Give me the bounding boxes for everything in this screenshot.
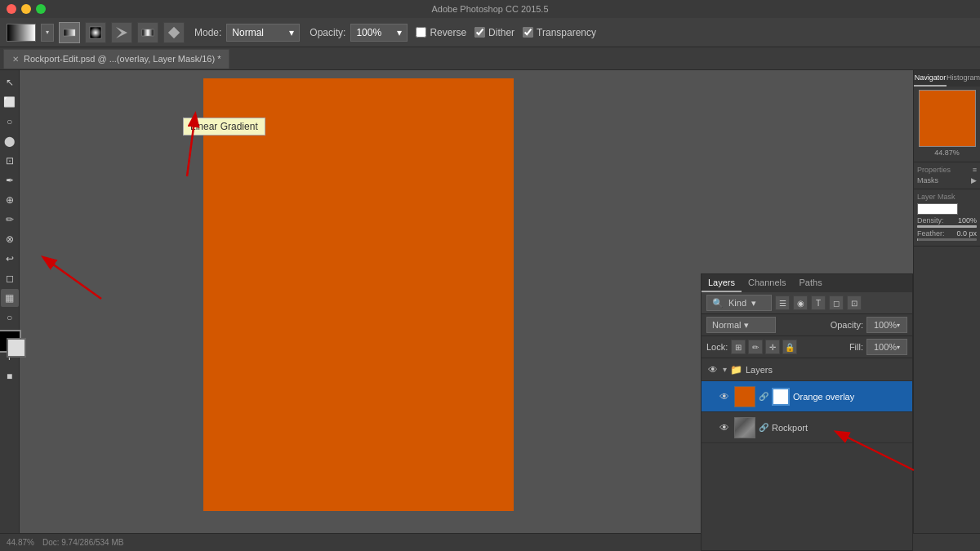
minimize-button[interactable] (21, 4, 31, 14)
lock-icons: ⊞ ✏ ✛ 🔒 (731, 340, 797, 354)
transparency-label[interactable]: Transparency (537, 27, 596, 38)
layers-tab[interactable]: Layers (702, 274, 742, 292)
quick-select-tool[interactable]: ⬤ (1, 132, 19, 150)
marquee-tool[interactable]: ⬜ (1, 93, 19, 111)
blend-mode-row: Normal ▾ Opacity: 100% ▾ (702, 314, 912, 336)
color-swatch[interactable] (0, 330, 28, 359)
layers-panel-tabs: Layers Channels Paths (702, 274, 912, 292)
reverse-label[interactable]: Reverse (430, 27, 466, 38)
gradient-tool[interactable]: ▦ (1, 289, 19, 307)
foreground-color-swatch[interactable] (7, 338, 26, 358)
filter-adjust-icon[interactable]: ◉ (793, 295, 808, 310)
search-icon: 🔍 (712, 298, 724, 309)
density-slider[interactable] (917, 225, 977, 228)
blend-mode-dropdown-icon: ▾ (744, 320, 749, 331)
linear-gradient-button[interactable] (59, 22, 80, 43)
window-controls (7, 4, 46, 14)
kind-select[interactable]: 🔍 Kind ▾ (706, 295, 772, 311)
document-tab[interactable]: ✕ Rockport-Edit.psd @ ...(overlay, Layer… (3, 49, 229, 69)
gradient-dropdown-button[interactable]: ▾ (41, 24, 54, 42)
lock-paint-icon[interactable]: ✏ (748, 340, 763, 354)
orange-layer-visibility-icon[interactable]: 👁 (718, 390, 731, 403)
group-visibility-icon[interactable]: 👁 (706, 363, 719, 376)
opacity-value: 100% (356, 27, 381, 38)
reverse-checkbox[interactable] (416, 27, 426, 38)
healing-tool[interactable]: ⊕ (1, 191, 19, 209)
opacity-label: Opacity: (310, 27, 345, 38)
layers-panel: Layers Channels Paths 🔍 Kind ▾ ☰ ◉ T ◻ ⊡… (701, 273, 913, 551)
lock-move-icon[interactable]: ✛ (765, 340, 780, 354)
eraser-tool[interactable]: ◻ (1, 269, 19, 287)
rockport-layer-visibility-icon[interactable]: 👁 (718, 421, 731, 434)
opacity-control: Opacity: 100% ▾ (831, 317, 907, 333)
transparency-checkbox-group: Transparency (523, 27, 596, 38)
opacity-select[interactable]: 100% ▾ (350, 24, 408, 42)
title-bar: Adobe Photoshop CC 2015.5 (0, 0, 980, 18)
svg-rect-0 (64, 29, 75, 36)
opacity-input[interactable]: 100% ▾ (866, 317, 907, 333)
reflected-gradient-button[interactable] (137, 22, 158, 43)
rockport-link-icon: 🔗 (759, 423, 768, 432)
close-button[interactable] (7, 4, 16, 14)
layer-row-orange-overlay[interactable]: 👁 🔗 Orange overlay (702, 381, 912, 412)
opacity-dropdown-icon: ▾ (397, 27, 402, 38)
navigator-tab[interactable]: Navigator (914, 70, 947, 87)
feather-row: Feather: 0.0 px (917, 229, 977, 238)
dodge-tool[interactable]: ○ (1, 309, 19, 327)
feather-label: Feather: (917, 229, 945, 238)
orange-layer-thumbnail (734, 386, 755, 407)
mode-value: Normal (232, 27, 264, 38)
blend-mode-select[interactable]: Normal ▾ (706, 317, 776, 333)
channels-tab[interactable]: Channels (742, 274, 792, 292)
options-bar: ▾ Mode: Normal ▾ Opacity: 100% ▾ Reverse… (0, 18, 980, 47)
group-chevron-icon[interactable]: ▾ (723, 365, 727, 374)
group-name: Layers (746, 365, 907, 375)
history-tool[interactable]: ↩ (1, 250, 19, 268)
orange-layer-mask-thumbnail (772, 388, 790, 406)
feather-slider[interactable] (917, 238, 977, 241)
move-tool[interactable]: ↖ (1, 73, 19, 91)
layer-link-icon: 🔗 (759, 392, 768, 401)
zoom-status: 44.87% (7, 538, 34, 547)
svg-rect-3 (142, 29, 154, 36)
rockport-layer-name: Rockport (772, 423, 907, 433)
layer-row-rockport[interactable]: 👁 🔗 Rockport (702, 412, 912, 443)
shape-tool[interactable]: ■ (1, 367, 19, 385)
clone-tool[interactable]: ⊗ (1, 230, 19, 248)
tab-bar: ✕ Rockport-Edit.psd @ ...(overlay, Layer… (0, 47, 980, 70)
dither-checkbox[interactable] (474, 27, 485, 38)
masks-expand-icon[interactable]: ▶ (971, 176, 977, 184)
left-toolbar: ↖ ⬜ ○ ⬤ ⊡ ✒ ⊕ ✏ ⊗ ↩ ◻ ▦ ○ ✒ T ■ (0, 70, 20, 533)
opacity-down-icon: ▾ (897, 322, 900, 329)
navigator-thumbnail: 44.87% (914, 87, 980, 162)
filter-type-icon[interactable]: T (811, 295, 826, 310)
gradient-preview[interactable] (7, 24, 36, 42)
layer-group-row[interactable]: 👁 ▾ 📁 Layers (702, 358, 912, 381)
dither-label[interactable]: Dither (488, 27, 514, 38)
mode-select[interactable]: Normal ▾ (226, 24, 300, 42)
histogram-tab[interactable]: Histogram (947, 70, 980, 87)
fill-input[interactable]: 100% ▾ (866, 339, 907, 355)
angle-gradient-button[interactable] (111, 22, 132, 43)
brush-tool[interactable]: ✏ (1, 211, 19, 229)
paths-tab[interactable]: Paths (793, 274, 829, 292)
transparency-checkbox[interactable] (523, 27, 533, 38)
filter-pixel-icon[interactable]: ☰ (775, 295, 790, 310)
lock-transparent-icon[interactable]: ⊞ (731, 340, 746, 354)
radial-gradient-button[interactable] (85, 22, 106, 43)
crop-tool[interactable]: ⊡ (1, 152, 19, 170)
reverse-checkbox-group: Reverse (416, 27, 466, 38)
lasso-tool[interactable]: ○ (1, 113, 19, 131)
lock-all-icon[interactable]: 🔒 (782, 340, 797, 354)
filter-smart-icon[interactable]: ⊡ (847, 295, 862, 310)
document-thumbnail (919, 90, 976, 147)
masks-label: Masks (917, 176, 938, 184)
tab-close-icon[interactable]: ✕ (12, 55, 19, 64)
expand-icon[interactable]: ≡ (973, 166, 977, 174)
density-row: Density: 100% (917, 216, 977, 224)
diamond-gradient-button[interactable] (163, 22, 185, 43)
filter-shape-icon[interactable]: ◻ (829, 295, 844, 310)
tooltip-text: Linear Gradient (190, 121, 258, 132)
maximize-button[interactable] (36, 4, 46, 14)
eyedropper-tool[interactable]: ✒ (1, 171, 19, 189)
